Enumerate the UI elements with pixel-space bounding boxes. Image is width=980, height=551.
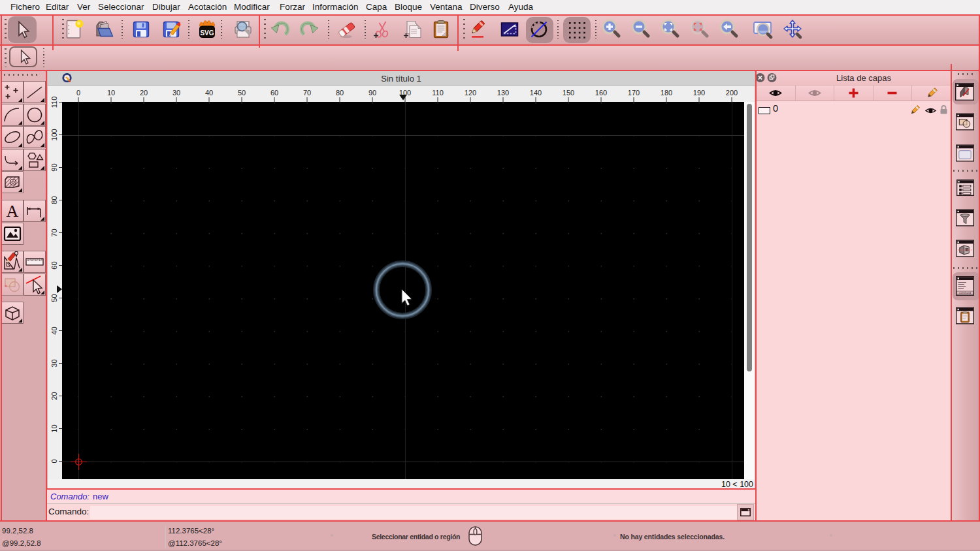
- svg-text:70: 70: [303, 89, 311, 97]
- svg-text:50: 50: [50, 294, 58, 302]
- svg-text:40: 40: [50, 326, 58, 334]
- svg-text:A: A: [7, 202, 19, 221]
- svg-text:10: 10: [50, 424, 58, 432]
- svg-text:40: 40: [205, 89, 213, 97]
- svg-text:20: 20: [50, 392, 58, 400]
- svg-text:110: 110: [432, 89, 444, 97]
- svg-text:190: 190: [693, 89, 705, 97]
- svg-text:80: 80: [336, 89, 344, 97]
- svg-text:160: 160: [595, 89, 607, 97]
- svg-text:60: 60: [50, 261, 58, 269]
- svg-text:60: 60: [270, 89, 278, 97]
- svg-text:50: 50: [238, 89, 246, 97]
- svg-text:0: 0: [76, 89, 80, 97]
- svg-text:80: 80: [50, 196, 58, 204]
- svg-text:0: 0: [50, 459, 58, 463]
- svg-text:90: 90: [368, 89, 376, 97]
- svg-text:30: 30: [50, 359, 58, 367]
- svg-text:100: 100: [50, 129, 58, 140]
- svg-text:90: 90: [50, 163, 58, 171]
- svg-text:10: 10: [107, 89, 115, 97]
- svg-text:20: 20: [140, 89, 148, 97]
- svg-text:command: command: [959, 291, 972, 294]
- svg-text:70: 70: [50, 228, 58, 236]
- svg-text:120: 120: [465, 89, 476, 97]
- svg-text:200: 200: [726, 89, 738, 97]
- svg-text:180: 180: [661, 89, 672, 97]
- svg-text:130: 130: [497, 89, 509, 97]
- svg-text:170: 170: [628, 89, 640, 97]
- svg-text:SVG: SVG: [200, 29, 214, 37]
- svg-text:110: 110: [50, 97, 58, 108]
- svg-text:140: 140: [530, 89, 542, 97]
- svg-text:30: 30: [172, 89, 180, 97]
- svg-text:150: 150: [563, 89, 574, 97]
